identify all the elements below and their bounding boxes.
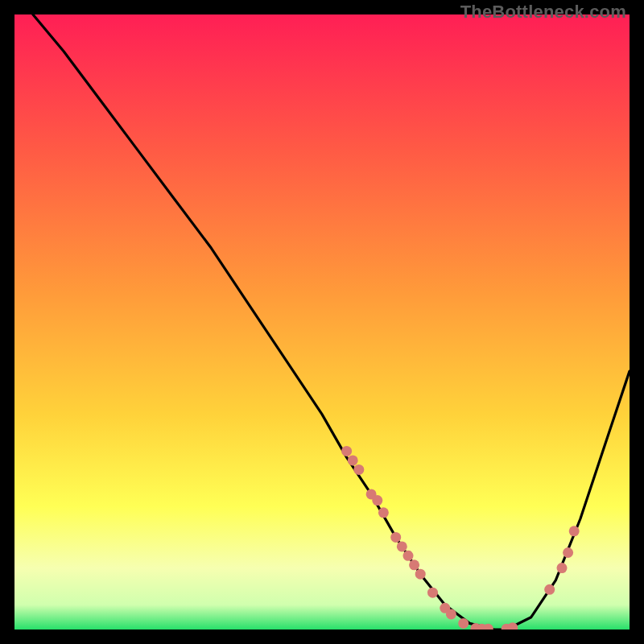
chart-svg [14, 14, 630, 630]
watermark-text: TheBottleneck.com [460, 2, 626, 23]
highlight-dot [397, 541, 407, 551]
highlight-dot [341, 446, 352, 456]
highlight-dot [427, 588, 438, 598]
highlight-dot [372, 495, 382, 506]
highlight-dot [458, 618, 469, 629]
highlight-dot [348, 455, 358, 465]
highlight-dot [390, 532, 401, 543]
highlight-dot [409, 559, 419, 570]
highlight-dot [446, 609, 456, 619]
highlight-dot [378, 507, 389, 518]
highlight-dot [563, 547, 573, 558]
highlight-dot [403, 551, 414, 561]
highlight-dot [415, 569, 426, 580]
highlight-dot [544, 584, 555, 595]
highlight-dot [353, 464, 364, 475]
chart-frame [14, 14, 630, 630]
highlight-dot [557, 563, 568, 573]
highlight-dot [569, 526, 580, 536]
